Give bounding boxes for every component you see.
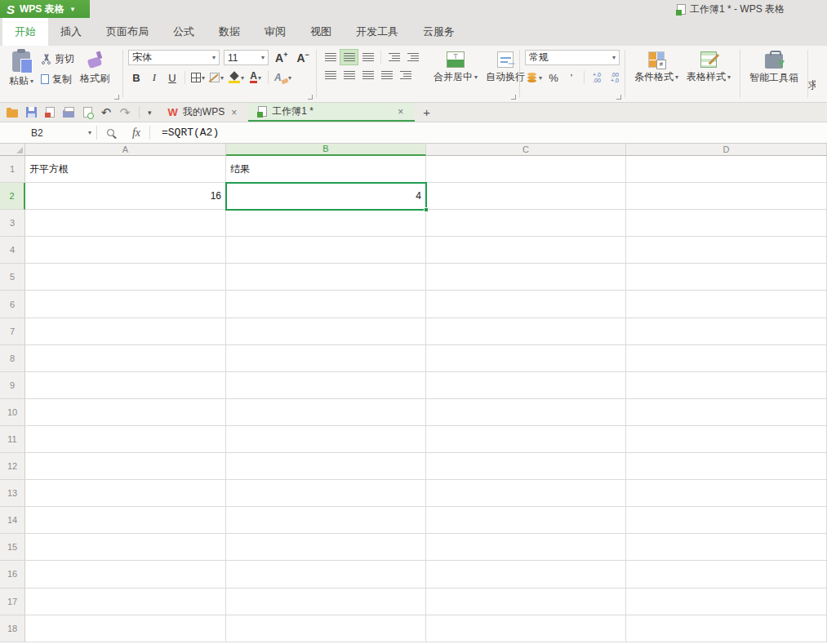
align-right-button[interactable] — [359, 68, 376, 82]
align-left-button[interactable] — [322, 68, 339, 82]
name-box[interactable]: B2 ▾ — [0, 122, 96, 143]
cell-A1[interactable]: 开平方根 — [25, 156, 226, 183]
cell-C7[interactable] — [426, 318, 626, 345]
cell-D6[interactable] — [626, 291, 827, 318]
cell-B4[interactable] — [226, 237, 426, 264]
insert-function-button[interactable]: fx — [123, 122, 149, 143]
cell-D1[interactable] — [626, 156, 827, 183]
cell-B2[interactable]: 4 — [226, 183, 426, 210]
number-format-select[interactable]: 常规 ▾ — [525, 50, 620, 65]
underline-button[interactable]: U — [164, 69, 180, 86]
cell-C4[interactable] — [426, 237, 626, 264]
tab-review[interactable]: 审阅 — [252, 18, 298, 46]
cell-B18[interactable] — [226, 615, 426, 642]
cell-B12[interactable] — [226, 453, 426, 480]
cell-A10[interactable] — [25, 399, 226, 426]
cell-B6[interactable] — [226, 291, 426, 318]
row-header-4[interactable]: 4 — [0, 237, 25, 264]
row-header-16[interactable]: 16 — [0, 561, 25, 588]
cell-D8[interactable] — [626, 345, 827, 372]
cell-A12[interactable] — [25, 453, 226, 480]
cell-C14[interactable] — [426, 507, 626, 534]
wps-menu-button[interactable]: S WPS 表格 ▾ — [0, 0, 90, 18]
increase-decimal-button[interactable]: +.0 .00 — [589, 69, 605, 86]
cell-B14[interactable] — [226, 507, 426, 534]
search-function-button[interactable] — [97, 122, 123, 143]
bold-button[interactable]: B — [128, 69, 145, 86]
font-color-button[interactable]: A▾ — [247, 69, 264, 86]
column-header-C[interactable]: C — [426, 144, 626, 156]
merge-center-button[interactable]: T 合并居中▾ — [429, 50, 482, 86]
formula-input[interactable]: =SQRT(A2) — [150, 122, 219, 143]
distributed-button[interactable] — [397, 68, 414, 82]
justify-button[interactable] — [378, 68, 395, 82]
clipboard-dialog-launcher-icon[interactable] — [114, 95, 119, 100]
paste-button[interactable]: 粘贴▾ — [5, 50, 38, 90]
cell-D12[interactable] — [626, 453, 827, 480]
align-bottom-button[interactable] — [359, 50, 376, 64]
cell-B15[interactable] — [226, 534, 426, 561]
cell-D2[interactable] — [626, 183, 827, 210]
cell-D7[interactable] — [626, 318, 827, 345]
cell-A9[interactable] — [25, 372, 226, 399]
row-header-18[interactable]: 18 — [0, 615, 25, 642]
cell-B11[interactable] — [226, 426, 426, 453]
percent-button[interactable]: % — [545, 69, 562, 86]
tab-page-layout[interactable]: 页面布局 — [94, 18, 161, 46]
cell-A6[interactable] — [25, 291, 226, 318]
cell-C8[interactable] — [426, 345, 626, 372]
cell-C1[interactable] — [426, 156, 626, 183]
row-header-5[interactable]: 5 — [0, 264, 25, 291]
cell-A13[interactable] — [25, 480, 226, 507]
column-header-A[interactable]: A — [25, 144, 226, 156]
cell-C15[interactable] — [426, 534, 626, 561]
copy-button[interactable]: 复制 — [41, 70, 74, 88]
comma-style-button[interactable]: ’ — [563, 69, 580, 86]
conditional-format-button[interactable]: 条件格式▾ — [630, 50, 682, 86]
save-button[interactable] — [24, 106, 38, 119]
cell-A16[interactable] — [25, 561, 226, 588]
cell-D10[interactable] — [626, 399, 827, 426]
cell-C12[interactable] — [426, 453, 626, 480]
cell-B7[interactable] — [226, 318, 426, 345]
cell-A5[interactable] — [25, 264, 226, 291]
row-header-11[interactable]: 11 — [0, 426, 25, 453]
row-header-6[interactable]: 6 — [0, 291, 25, 318]
cell-A17[interactable] — [25, 588, 226, 615]
row-header-14[interactable]: 14 — [0, 507, 25, 534]
tab-insert[interactable]: 插入 — [48, 18, 94, 46]
print-button[interactable] — [62, 106, 75, 119]
align-center-button[interactable] — [340, 68, 358, 82]
cell-B17[interactable] — [226, 588, 426, 615]
cut-button[interactable]: 剪切 — [41, 50, 74, 68]
cell-C2[interactable] — [426, 183, 626, 210]
currency-button[interactable]: ▾ — [525, 69, 544, 86]
cell-B16[interactable] — [226, 561, 426, 588]
format-painter-button[interactable]: 格式刷 — [76, 50, 113, 87]
cell-A15[interactable] — [25, 534, 226, 561]
number-dialog-launcher-icon[interactable] — [616, 95, 621, 100]
increase-indent-button[interactable] — [404, 50, 421, 64]
row-header-1[interactable]: 1 — [0, 156, 25, 183]
cell-B3[interactable] — [226, 210, 426, 237]
close-icon[interactable]: × — [396, 106, 405, 118]
row-header-13[interactable]: 13 — [0, 480, 25, 507]
column-header-D[interactable]: D — [626, 144, 827, 156]
redo-button[interactable]: ↷ — [118, 106, 131, 119]
borders-button[interactable]: ▾ — [189, 69, 207, 86]
font-family-select[interactable]: 宋体 ▾ — [128, 50, 220, 65]
tab-formulas[interactable]: 公式 — [161, 18, 207, 46]
open-button[interactable] — [6, 106, 19, 119]
align-top-button[interactable] — [322, 50, 339, 64]
fill-handle[interactable] — [424, 207, 429, 212]
align-middle-button[interactable] — [340, 50, 358, 64]
tab-cloud[interactable]: 云服务 — [411, 18, 467, 46]
cell-C9[interactable] — [426, 372, 626, 399]
cell-C11[interactable] — [426, 426, 626, 453]
cell-D4[interactable] — [626, 237, 827, 264]
export-pdf-button[interactable] — [43, 106, 56, 119]
font-dialog-launcher-icon[interactable] — [308, 95, 313, 100]
italic-button[interactable]: I — [146, 69, 162, 86]
cell-A11[interactable] — [25, 426, 226, 453]
decrease-indent-button[interactable] — [385, 50, 402, 64]
